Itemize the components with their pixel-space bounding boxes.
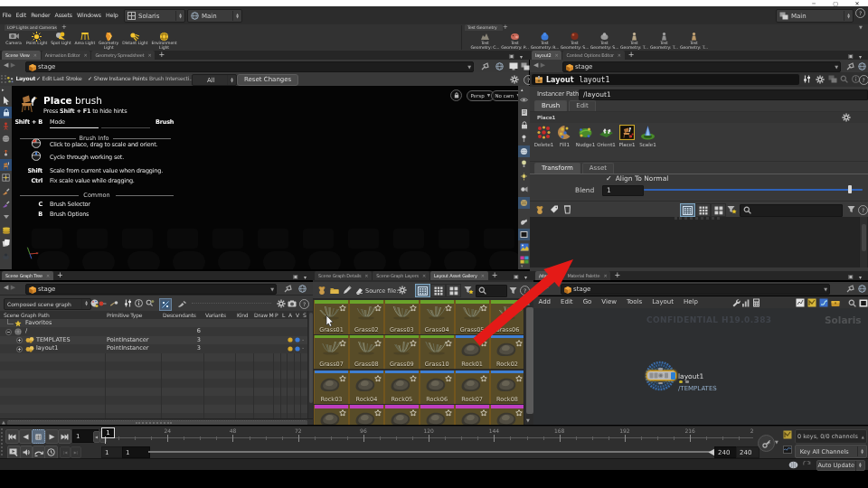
tab-close-icon[interactable]: ✕ (364, 271, 368, 280)
gallery-card-rock04[interactable]: Rock04 (349, 371, 384, 405)
tool-light-cam-icon[interactable] (518, 183, 530, 195)
network-treasure-icon[interactable] (831, 299, 840, 307)
instancer-path-field[interactable]: /layout1 (579, 89, 868, 101)
card-favorite-icon[interactable] (374, 409, 382, 417)
transport-skip-end-button[interactable] (58, 429, 71, 444)
workingset-viewmode-grid4[interactable] (711, 203, 726, 217)
shelf-tab-test-geometry[interactable]: Test Geometry (465, 24, 503, 31)
tool-sphere-sel-icon[interactable] (518, 145, 530, 157)
scenegraph-search-icon[interactable] (146, 299, 155, 307)
column-header-l[interactable]: L (282, 311, 285, 319)
gallery-card[interactable] (349, 405, 384, 425)
range-start-field[interactable]: 1 (122, 446, 150, 458)
gallery-help-icon[interactable]: ? (520, 286, 530, 296)
network-pin-icon[interactable] (846, 285, 854, 293)
gallery-card-rock05[interactable]: Rock05 (384, 371, 420, 405)
nav-back-icon[interactable]: ◀ (537, 284, 542, 291)
gallery-card-grass01[interactable]: Grass01 (314, 300, 349, 334)
shelf-tool-tg-shader[interactable]: Test Geometry: S... (561, 31, 589, 51)
tool-snapshot-icon[interactable] (518, 216, 530, 228)
node-display-flag[interactable] (671, 372, 675, 380)
shelf-tool-spotlight[interactable]: Spot Light (51, 31, 71, 46)
tool-lamp-icon[interactable] (518, 133, 530, 145)
window-close-button[interactable]: ✕ (852, 0, 863, 6)
nav-forward-icon[interactable]: ▶ (11, 61, 15, 69)
tool-dark-tool-icon[interactable] (0, 250, 12, 262)
network-menu-tools[interactable]: Tools (621, 296, 646, 308)
statusbar-refresh-icon[interactable] (803, 461, 811, 469)
gallery-card-rock06[interactable]: Rock06 (420, 371, 455, 405)
timeline-ruler[interactable]: 24487296120144168192216240 (105, 427, 753, 444)
spinner-icon[interactable]: ▲▼ (227, 75, 236, 85)
path-dropdown-icon[interactable]: ▼ (467, 64, 471, 70)
align-to-normal-checkbox[interactable]: ✓Align To Normal (606, 174, 668, 183)
params-node-field[interactable]: Layoutlayout1 (532, 74, 799, 85)
card-favorite-icon[interactable] (480, 305, 487, 312)
blend-field[interactable]: 1 (602, 185, 644, 196)
network-menu-edit[interactable]: Edit (556, 296, 579, 308)
params-globe-icon[interactable] (858, 62, 866, 70)
network-calc-icon[interactable] (752, 298, 760, 307)
sceneview-tab-2[interactable]: Geometry Spreadsheet✕ (91, 51, 155, 60)
row-expander-icon[interactable] (5, 329, 12, 335)
network-chart-icon[interactable] (741, 299, 750, 307)
tool-stack-yellow-icon[interactable] (0, 224, 12, 236)
spinner-icon[interactable]: ▲▼ (175, 11, 184, 21)
gallery-favfilter-icon[interactable] (464, 286, 474, 295)
scenegraph-hscrollbar[interactable]: ▲ (0, 418, 313, 425)
brush-place1[interactable]: Place1 (617, 125, 637, 147)
card-favorite-icon[interactable] (374, 340, 382, 347)
params-section-gear-icon[interactable] (842, 113, 851, 122)
scenegraph-pin-icon[interactable] (284, 285, 292, 293)
brush-orient1[interactable]: Orient1 (596, 125, 617, 147)
optoolbar-gear-icon[interactable] (510, 75, 519, 84)
scenegraph-tab-0[interactable]: Scene Graph Tree✕ (2, 271, 53, 280)
network-canvas[interactable]: CONFIDENTIAL H19.0.383Solarislayout1/TEM… (533, 308, 868, 425)
network-panedrop-icon[interactable]: ▾ (859, 274, 866, 281)
card-favorite-icon[interactable] (445, 409, 452, 417)
group-tab-transform[interactable]: Transform (534, 163, 580, 174)
gallery-tab-2[interactable]: Layout Asset Gallery✕ (430, 271, 488, 280)
shelf-tool-tg-crag[interactable]: Test Geometry: C... (472, 31, 499, 51)
network-panemenu-icon[interactable]: ▣ (848, 273, 857, 280)
gallery-scrollbar[interactable]: ▲▼ (524, 299, 533, 425)
gallery-viewmode-grid4[interactable] (446, 284, 461, 297)
column-header-scene-graph-path[interactable]: Scene Graph Path (4, 311, 50, 319)
scenegraph-row-templates[interactable]: TEMPLATESPointInstancer3- (0, 336, 313, 344)
group-tab-asset[interactable]: Asset (582, 163, 614, 174)
params-panemenu-icon[interactable]: ▣ (848, 52, 857, 60)
tool-light-sm-icon[interactable] (518, 171, 530, 183)
main-interface-selector[interactable]: Main▲▼ (776, 9, 854, 23)
gallery-card-rock07[interactable]: Rock07 (455, 371, 490, 405)
node-output-stub[interactable] (658, 382, 663, 385)
params-tab-0[interactable]: layout2✕ (532, 51, 561, 60)
network-wrench-icon[interactable] (731, 298, 741, 307)
nav-back-icon[interactable]: ◀ (533, 61, 538, 69)
auto-update-dropdown[interactable]: Auto Update▲▼ (816, 460, 865, 471)
scenegraph-path-field[interactable]: stage▼ (25, 284, 277, 295)
network-menu-view[interactable]: View (597, 296, 622, 308)
scenegraph-panedrop-icon[interactable]: ▾ (304, 274, 311, 281)
range-slider[interactable] (148, 451, 711, 453)
scrollbar-thumb[interactable] (526, 307, 533, 414)
card-favorite-icon[interactable] (339, 409, 346, 417)
scenegraph-gear-icon[interactable] (277, 299, 286, 308)
playbar-realtime-button[interactable] (44, 446, 58, 459)
keys-summary-button[interactable]: 0 keys, 0/0 channels▲ (795, 429, 867, 444)
scenegraph-panemenu-icon[interactable]: ▣ (293, 273, 302, 280)
gallery-eraser-icon[interactable] (354, 286, 363, 295)
params-pin-icon[interactable] (846, 62, 854, 70)
card-favorite-icon[interactable] (445, 305, 452, 312)
gallery-gear-icon[interactable] (398, 286, 407, 295)
path-dropdown-icon[interactable]: ▼ (270, 286, 274, 292)
key-all-channels-dropdown[interactable]: Key All Channels▲▼ (795, 445, 867, 458)
playhead-flag[interactable]: 1 (101, 427, 115, 438)
network-nav-arrows[interactable]: ◀ ▶ (537, 284, 549, 291)
gallery-card-grass05[interactable]: Grass05 (455, 300, 490, 334)
shelf-add-tab-icon[interactable]: + (61, 24, 67, 31)
scenegraph-row-favorites[interactable]: Favorites (0, 319, 313, 327)
sceneview-tab-1[interactable]: Animation Editor✕ (42, 51, 91, 60)
sceneview-nav-arrows[interactable]: ◀ ▶ (4, 61, 15, 69)
card-favorite-icon[interactable] (515, 340, 523, 347)
transport-stop-button[interactable] (32, 429, 45, 444)
